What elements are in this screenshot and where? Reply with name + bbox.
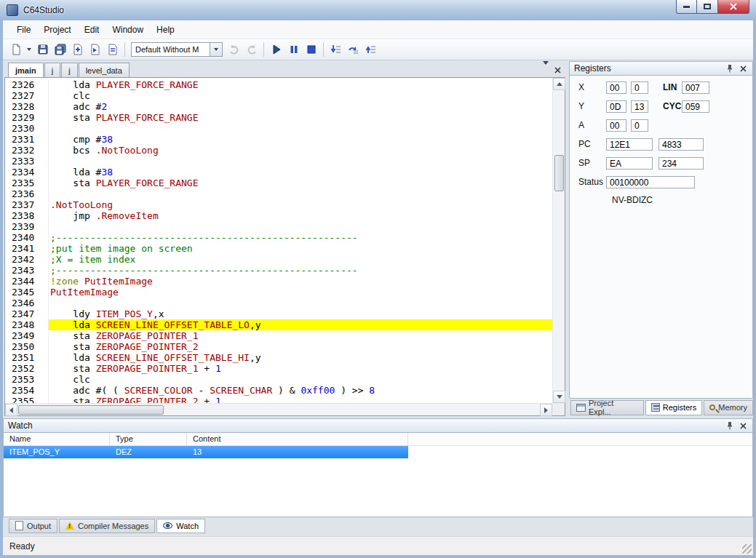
close-button[interactable] xyxy=(718,0,749,14)
code-line-2340[interactable]: 2340;-----------------------------------… xyxy=(5,232,552,243)
line-number[interactable]: 2353 xyxy=(5,374,49,385)
step-out-button[interactable] xyxy=(362,41,379,57)
code-line-2339[interactable]: 2339 xyxy=(5,221,552,232)
bottom-tab-output[interactable]: Output xyxy=(9,519,57,533)
register-y-hex-field[interactable]: 0D xyxy=(606,100,626,113)
register-sp-dec-field[interactable]: 234 xyxy=(658,157,704,170)
code-line-2330[interactable]: 2330 xyxy=(5,123,552,134)
editor-tab-2-j[interactable]: j xyxy=(61,63,77,77)
undo-button[interactable] xyxy=(226,41,242,57)
code-line-2328[interactable]: 2328 adc #2 xyxy=(5,101,552,112)
code-line-2352[interactable]: 2352 sta ZEROPAGE_POINTER_1 + 1 xyxy=(5,363,552,374)
watch-column-name[interactable]: Name xyxy=(4,433,110,445)
register-a-dec-field[interactable]: 0 xyxy=(631,119,648,132)
editor-horizontal-scrollbar[interactable] xyxy=(5,403,552,415)
menu-file[interactable]: File xyxy=(10,20,37,39)
save-button[interactable] xyxy=(34,41,51,57)
code-line-2326[interactable]: 2326 lda PLAYER_FORCE_RANGE xyxy=(5,79,552,90)
vertical-scroll-thumb[interactable] xyxy=(554,155,564,191)
cyc-field[interactable]: 059 xyxy=(682,100,709,113)
line-number[interactable]: 2345 xyxy=(5,287,49,298)
line-number[interactable]: 2343 xyxy=(5,265,49,276)
horizontal-scroll-thumb[interactable] xyxy=(18,405,164,415)
line-number[interactable]: 2333 xyxy=(5,156,49,167)
register-pc-dec-field[interactable]: 4833 xyxy=(658,138,704,151)
code-line-2354[interactable]: 2354 adc #( ( SCREEN_COLOR - SCREEN_CHAR… xyxy=(5,385,552,396)
pin-button[interactable] xyxy=(725,421,735,431)
tab-close-button[interactable] xyxy=(554,67,561,73)
line-number[interactable]: 2328 xyxy=(5,101,49,112)
register-x-hex-field[interactable]: 00 xyxy=(606,81,626,94)
editor-tab-1-j[interactable]: j xyxy=(44,63,60,77)
menu-project[interactable]: Project xyxy=(37,20,77,39)
line-number[interactable]: 2348 xyxy=(5,319,49,330)
menu-edit[interactable]: Edit xyxy=(78,20,106,39)
code-line-2337[interactable]: 2337.NotTooLong xyxy=(5,199,552,210)
code-line-2342[interactable]: 2342;X = item index xyxy=(5,254,552,265)
code-line-2353[interactable]: 2353 clc xyxy=(5,374,552,385)
editor-tab-3-level-data[interactable]: level_data xyxy=(79,63,130,77)
code-line-2355[interactable]: 2355 sta ZEROPAGE_POINTER_2 + 1 xyxy=(5,396,552,403)
code-line-2344[interactable]: 2344!zone PutItemImage xyxy=(5,276,552,287)
maximize-button[interactable] xyxy=(697,0,718,14)
code-line-2349[interactable]: 2349 sta ZEROPAGE_POINTER_1 xyxy=(5,330,552,341)
editor-tab-0-jmain[interactable]: jmain xyxy=(8,63,44,77)
code-line-2341[interactable]: 2341;put item image on screen xyxy=(5,243,552,254)
register-a-hex-field[interactable]: 00 xyxy=(606,119,626,132)
line-number[interactable]: 2326 xyxy=(5,79,49,90)
scroll-down-button[interactable] xyxy=(553,391,565,403)
compile-button[interactable] xyxy=(104,41,121,57)
line-number[interactable]: 2331 xyxy=(5,134,49,145)
code-line-2329[interactable]: 2329 sta PLAYER_FORCE_RANGE xyxy=(5,112,552,123)
pause-button[interactable] xyxy=(285,41,302,57)
line-number[interactable]: 2329 xyxy=(5,112,49,123)
build-button[interactable] xyxy=(69,41,86,57)
line-number[interactable]: 2354 xyxy=(5,385,49,396)
menu-window[interactable]: Window xyxy=(106,20,150,39)
line-number[interactable]: 2334 xyxy=(5,167,49,178)
scroll-right-button[interactable] xyxy=(540,404,552,416)
redo-button[interactable] xyxy=(243,41,260,57)
line-number[interactable]: 2339 xyxy=(5,221,49,232)
line-number[interactable]: 2336 xyxy=(5,188,49,199)
bottom-tab-watch[interactable]: Watch xyxy=(156,519,205,533)
new-file-button[interactable] xyxy=(7,41,24,57)
panel-close-button[interactable] xyxy=(738,63,748,73)
right-tab-project-expl[interactable]: Project Expl... xyxy=(570,400,644,415)
line-number[interactable]: 2327 xyxy=(5,90,49,101)
line-number[interactable]: 2344 xyxy=(5,276,49,287)
line-number[interactable]: 2349 xyxy=(5,330,49,341)
code-editor[interactable]: 2326 lda PLAYER_FORCE_RANGE2327 clc2328 … xyxy=(5,78,552,403)
step-into-button[interactable] xyxy=(327,41,344,57)
line-number[interactable]: 2347 xyxy=(5,308,49,319)
watch-column-type[interactable]: Type xyxy=(110,433,187,445)
menu-help[interactable]: Help xyxy=(150,20,181,39)
line-number[interactable]: 2337 xyxy=(5,199,49,210)
scroll-left-button[interactable] xyxy=(5,404,17,416)
code-line-2347[interactable]: 2347 ldy ITEM_POS_Y,x xyxy=(5,308,552,319)
line-number[interactable]: 2350 xyxy=(5,341,49,352)
register-y-dec-field[interactable]: 13 xyxy=(631,100,648,113)
code-line-2334[interactable]: 2334 lda #38 xyxy=(5,167,552,178)
new-file-dropdown-button[interactable] xyxy=(25,41,33,57)
line-number[interactable]: 2341 xyxy=(5,243,49,254)
minimize-button[interactable] xyxy=(676,0,697,14)
line-number[interactable]: 2340 xyxy=(5,232,49,243)
step-over-button[interactable] xyxy=(345,41,362,57)
code-line-2336[interactable]: 2336 xyxy=(5,188,552,199)
watch-row-item-pos-y[interactable]: ITEM_POS_YDEZ13 xyxy=(4,446,408,458)
tab-list-dropdown-button[interactable] xyxy=(543,65,549,75)
build-config-combobox[interactable]: Default Without M xyxy=(131,42,223,57)
code-line-2351[interactable]: 2351 lda SCREEN_LINE_OFFSET_TABLE_HI,y xyxy=(5,352,552,363)
line-number[interactable]: 2338 xyxy=(5,210,49,221)
right-tab-memory[interactable]: Memory xyxy=(704,400,753,415)
code-line-2335[interactable]: 2335 sta PLAYER_FORCE_RANGE xyxy=(5,178,552,188)
stop-button[interactable] xyxy=(303,41,319,57)
line-number[interactable]: 2352 xyxy=(5,363,49,374)
build-and-run-button[interactable] xyxy=(87,41,103,57)
run-button[interactable] xyxy=(268,41,285,57)
line-number[interactable]: 2335 xyxy=(5,178,49,188)
line-number[interactable]: 2332 xyxy=(5,145,49,156)
editor-vertical-scrollbar[interactable] xyxy=(552,78,565,403)
code-line-2338[interactable]: 2338 jmp .RemoveItem xyxy=(5,210,552,221)
